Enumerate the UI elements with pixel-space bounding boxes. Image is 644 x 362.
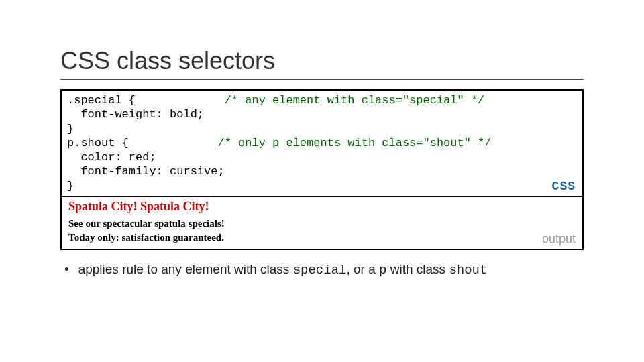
output-label: output: [542, 232, 576, 246]
output-block: Spatula City! Spatula City! See our spec…: [60, 196, 584, 250]
code-line: p.shout { /* only p elements with class=…: [67, 137, 492, 149]
code-line: .special { /* any element with class="sp…: [67, 94, 484, 107]
output-line: Today only: satisfaction guaranteed.: [68, 232, 576, 243]
code-line: font-weight: bold;: [67, 108, 204, 121]
bullet-dot-icon: •: [64, 262, 69, 277]
output-shout-line: Spatula City! Spatula City!: [68, 200, 576, 214]
bullet-text: applies rule to any element with class s…: [78, 262, 488, 278]
css-code-block: .special { /* any element with class="sp…: [60, 89, 584, 197]
code-line: font-family: cursive;: [67, 165, 225, 178]
code-line: }: [67, 123, 74, 135]
slide-title: CSS class selectors: [60, 47, 584, 80]
code-line: color: red;: [67, 151, 156, 164]
code-line: }: [67, 180, 74, 192]
bullet-point: • applies rule to any element with class…: [60, 262, 584, 278]
output-line: See our spectacular spatula specials!: [68, 218, 576, 229]
code-label-css: CSS: [552, 179, 576, 194]
